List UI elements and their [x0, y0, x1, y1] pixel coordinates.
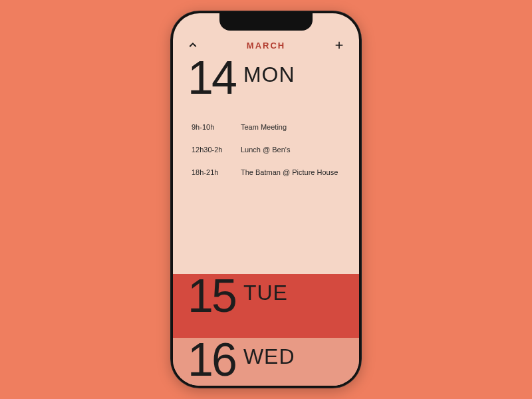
- day-header: 14 MON: [192, 60, 359, 96]
- month-label[interactable]: MARCH: [247, 41, 285, 51]
- day-header: 16 WED: [192, 342, 359, 378]
- day-number: 16: [188, 342, 235, 378]
- day-section-tomorrow[interactable]: 15 TUE: [173, 274, 359, 338]
- event-time: 9h-10h: [192, 123, 231, 131]
- phone-notch: [219, 13, 313, 31]
- day-weekday: WED: [243, 344, 295, 369]
- event-item[interactable]: 12h30-2h Lunch @ Ben's: [192, 146, 359, 154]
- day-header: 15 TUE: [192, 278, 359, 315]
- event-title: Lunch @ Ben's: [241, 146, 290, 154]
- day-section-today[interactable]: 14 MON 9h-10h Team Meeting 12h30-2h Lunc…: [173, 53, 359, 274]
- plus-icon: [334, 40, 344, 51]
- event-title: Team Meeting: [241, 123, 287, 131]
- phone-frame: MARCH 14 MON: [170, 11, 362, 388]
- chevron-up-icon: [188, 40, 198, 51]
- event-time: 12h30-2h: [192, 146, 231, 154]
- back-button[interactable]: [188, 40, 198, 51]
- day-number: 15: [188, 278, 235, 315]
- day-section-after[interactable]: 16 WED: [173, 338, 359, 386]
- event-item[interactable]: 18h-21h The Batman @ Picture House: [192, 168, 359, 176]
- event-time: 18h-21h: [192, 168, 231, 176]
- event-item[interactable]: 9h-10h Team Meeting: [192, 123, 359, 131]
- add-event-button[interactable]: [334, 40, 344, 51]
- day-weekday: MON: [243, 63, 295, 87]
- day-number: 14: [188, 60, 235, 96]
- app-screen: MARCH 14 MON: [173, 13, 359, 386]
- events-list: 9h-10h Team Meeting 12h30-2h Lunch @ Ben…: [192, 123, 359, 176]
- day-weekday: TUE: [243, 281, 288, 305]
- event-title: The Batman @ Picture House: [241, 168, 338, 176]
- phone-screen: MARCH 14 MON: [173, 13, 359, 386]
